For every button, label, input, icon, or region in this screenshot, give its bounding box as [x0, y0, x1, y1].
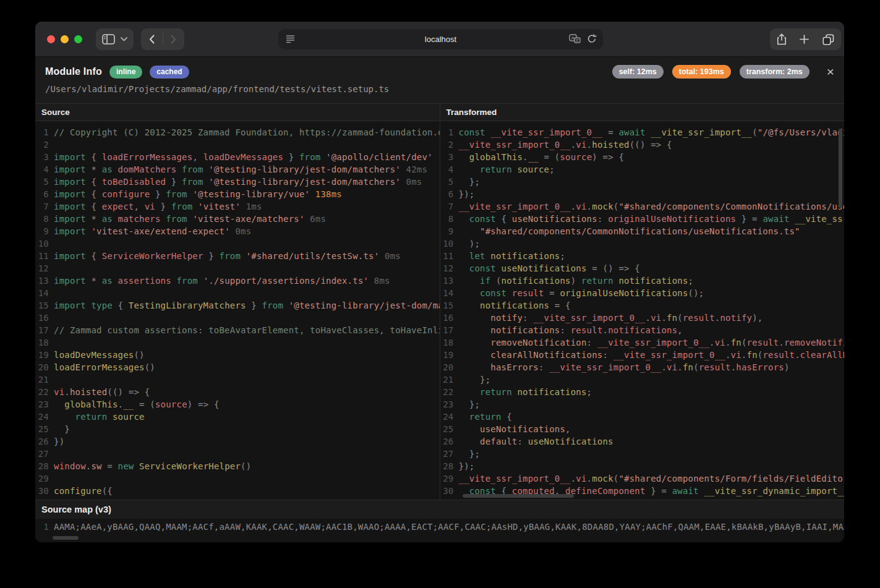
window-close-button[interactable] [47, 35, 55, 43]
code-line: 12 const useNotifications = () => { [440, 262, 845, 275]
line-number: 1 [35, 126, 54, 138]
code-line: 29__vite_ssr_import_0__.vi.mock("#shared… [440, 472, 845, 485]
code-line: 20 hasErrors: __vite_ssr_import_0__.vi.f… [440, 361, 845, 373]
code-text: import 'vitest-axe/extend-expect' 0ms [54, 225, 251, 237]
code-line: 9import 'vitest-axe/extend-expect' 0ms [35, 225, 440, 237]
share-button[interactable] [777, 33, 787, 45]
code-text: globalThis.__ = (source) => { [54, 398, 220, 411]
line-number: 26 [440, 435, 459, 448]
code-text: clearAllNotifications: __vite_ssr_import… [459, 349, 845, 361]
close-icon[interactable]: × [827, 66, 834, 78]
code-text: const useNotifications = () => { [459, 262, 640, 275]
line-number: 17 [440, 324, 459, 336]
line-number: 23 [35, 398, 54, 411]
code-text: // Zammad custom assertions: toBeAvatarE… [54, 324, 440, 336]
translate-icon[interactable]: A [569, 34, 581, 44]
code-text: const __vite_ssr_import_0__ = await __vi… [459, 126, 845, 138]
code-line: 3 globalThis.__ = (source) => { [440, 151, 845, 163]
url-field[interactable]: localhost A [278, 29, 603, 49]
code-text: globalThis.__ = (source) => { [459, 151, 625, 163]
line-number: 9 [35, 225, 54, 237]
window-zoom-button[interactable] [74, 35, 82, 43]
code-line: 20loadErrorMessages() [35, 361, 440, 373]
line-number: 10 [440, 237, 459, 250]
code-line: 29 [35, 472, 440, 485]
vertical-scrollbar[interactable] [839, 129, 842, 208]
line-number: 13 [35, 275, 54, 287]
code-text: loadErrorMessages() [54, 361, 155, 373]
line-number: 24 [440, 411, 459, 423]
line-number: 14 [35, 287, 54, 299]
line-number: 18 [35, 336, 54, 349]
forward-button[interactable] [163, 28, 184, 50]
code-line: 11 let notifications; [440, 250, 845, 262]
line-number: 2 [35, 138, 54, 151]
line-number: 25 [35, 423, 54, 435]
sidebar-toggle-button[interactable] [96, 28, 134, 50]
line-number: 4 [35, 163, 54, 176]
code-text: import * as matchers from 'vitest-axe/ma… [54, 213, 326, 225]
code-line: 7import { expect, vi } from 'vitest' 1ms [35, 200, 440, 213]
line-number: 20 [440, 361, 459, 373]
code-text: import { expect, vi } from 'vitest' 1ms [54, 200, 262, 213]
line-number: 15 [440, 299, 459, 312]
code-line: 14 [35, 287, 440, 299]
new-tab-button[interactable] [800, 35, 809, 44]
code-line: 22vi.hoisted(() => { [35, 386, 440, 398]
line-number: 8 [35, 213, 54, 225]
line-number: 9 [440, 225, 459, 237]
code-line: 9 "#shared/components/CommonNotification… [440, 225, 845, 237]
share-icon [777, 33, 787, 45]
code-line: 23 globalThis.__ = (source) => { [35, 398, 440, 411]
tab-overview-button[interactable] [822, 34, 834, 45]
line-number: 17 [35, 324, 54, 336]
code-line: 4import * as domMatchers from '@testing-… [35, 163, 440, 176]
reload-icon[interactable] [587, 34, 597, 44]
code-text: }); [459, 460, 475, 472]
code-text: let notifications; [459, 250, 566, 262]
line-number: 8 [440, 213, 459, 225]
code-line: 25 } [35, 423, 440, 435]
code-line: 19 clearAllNotifications: __vite_ssr_imp… [440, 349, 845, 361]
cached-badge: cached [150, 66, 189, 79]
code-text: import type { TestingLibraryMatchers } f… [54, 299, 440, 312]
code-text: notifications: result.notifications, [459, 324, 683, 336]
window-minimize-button[interactable] [61, 35, 69, 43]
code-line: 18 [35, 336, 440, 349]
source-map-title: Source map (v3) [35, 500, 844, 519]
back-button[interactable] [141, 28, 163, 50]
code-text: "#shared/components/CommonNotifications/… [459, 225, 800, 237]
line-number: 1 [440, 126, 459, 138]
source-map-scrollbar[interactable] [53, 536, 79, 540]
self-time-badge: self: 12ms [612, 65, 664, 79]
horizontal-scrollbar[interactable] [463, 494, 574, 498]
transformed-code-view[interactable]: 1const __vite_ssr_import_0__ = await __v… [440, 122, 845, 500]
code-text: import { configure } from '@testing-libr… [54, 188, 342, 200]
toolbar-right-group [770, 28, 841, 50]
line-number: 27 [35, 448, 54, 460]
code-line: 15 notifications = { [440, 299, 845, 312]
code-line: 10 ); [440, 237, 845, 250]
line-number: 27 [440, 448, 459, 460]
code-line: 28}); [440, 460, 845, 472]
code-text: __vite_ssr_import_0__.vi.mock("#shared/c… [459, 472, 845, 485]
code-text: __vite_ssr_import_0__.vi.hoisted(() => { [459, 138, 672, 151]
line-number: 12 [440, 262, 459, 275]
source-map-line: 1 AAMA;AAeA,yBAAG,QAAQ,MAAM;AACf,aAAW,KA… [35, 521, 844, 533]
code-text: return source; [459, 163, 555, 176]
line-number: 4 [440, 163, 459, 176]
code-text: import { toBeDisabled } from '@testing-l… [54, 176, 422, 188]
code-line: 17// Zammad custom assertions: toBeAvata… [35, 324, 440, 336]
page-title: Module Info [45, 66, 102, 77]
source-map-section: Source map (v3) 1 AAMA;AAeA,yBAAG,QAAQ,M… [35, 500, 844, 542]
code-line: 5import { toBeDisabled } from '@testing-… [35, 176, 440, 188]
line-number: 30 [35, 485, 54, 497]
line-number: 12 [35, 262, 54, 275]
line-number: 26 [35, 435, 54, 448]
line-number: 18 [440, 336, 459, 349]
line-number: 6 [35, 188, 54, 200]
forward-icon [171, 35, 176, 44]
line-number: 29 [440, 472, 459, 485]
source-code-view[interactable]: 1// Copyright (C) 2012-2025 Zammad Found… [35, 122, 440, 500]
new-tab-icon [800, 35, 809, 44]
